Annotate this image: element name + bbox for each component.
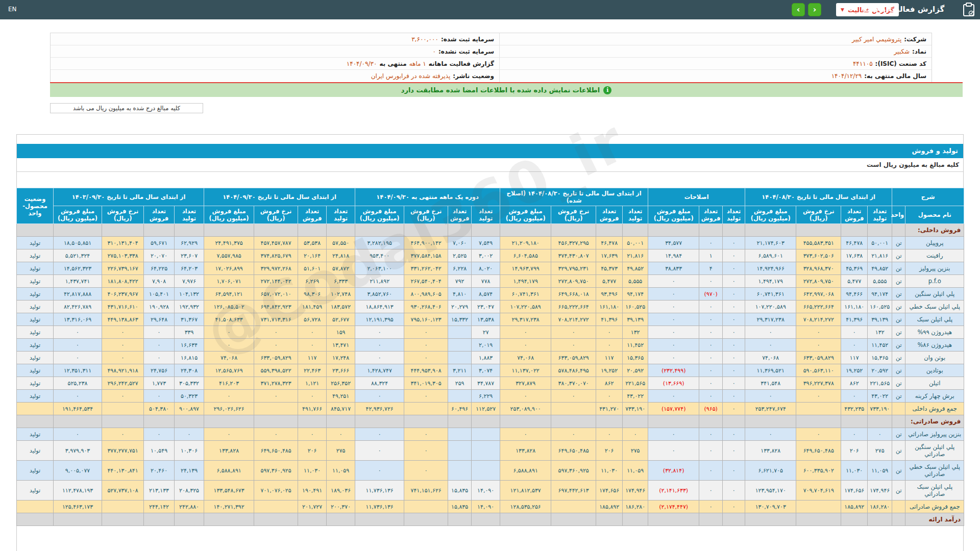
fiscal-year-value: ۱۴۰۴/۱۲/۲۹ xyxy=(831,72,862,80)
data-cell: ۱,۷۷۳ xyxy=(144,377,175,390)
prev-report-button[interactable]: ‹ xyxy=(792,3,805,16)
product-name-cell: پلي اتيلن سبک خطي xyxy=(905,300,964,313)
data-cell: ۰ xyxy=(298,326,327,339)
data-cell: ۹۵۳,۴۰۰ xyxy=(355,249,404,262)
data-cell: ۲۵۶,۳۵۲ xyxy=(327,377,355,390)
data-cell: ۶۹۴,۸۴۲,۹۲۳ xyxy=(254,300,298,313)
data-cell xyxy=(448,441,472,461)
data-cell: ۰ xyxy=(699,237,723,249)
data-cell: ۳۲۹,۹۷۲,۲۶۸ xyxy=(254,262,298,275)
data-cell: ۱۵,۳۶۵ xyxy=(623,352,648,364)
data-cell: ۰ xyxy=(102,326,144,339)
col-header-sale-qty: تعداد فروش xyxy=(841,206,868,224)
data-cell: ۲۹۶,۲۴۲,۵۲۷ xyxy=(102,377,144,390)
info-row: سال مالی منتهی به: ۱۴۰۴/۱۲/۲۹ وضعیت ناشر… xyxy=(51,70,932,82)
table-row: رافینتتن۲۱,۸۱۶۱۷,۶۳۸۳۷۳,۶۰۲,۵۰۶۶,۵۸۹,۶۰۱… xyxy=(17,249,964,262)
data-cell: ۱۲۳,۹۵۴,۱۷۰ xyxy=(745,481,796,500)
data-cell: ۱۵,۳۳۲ xyxy=(448,313,472,326)
language-switch-en[interactable]: EN xyxy=(8,6,17,13)
data-cell: ۲۰,۲۷۹ xyxy=(448,300,472,313)
data-cell: ۵۳,۵۳۸ xyxy=(298,237,327,249)
isic-label: کد صنعت (ISIC): xyxy=(875,60,926,67)
publisher-status-value: پذیرفته شده در فرابورس ایران xyxy=(371,72,451,80)
data-cell: ۰ xyxy=(355,461,404,481)
section-cell xyxy=(472,224,500,237)
data-cell: ۱۸۶,۲۸۰ xyxy=(868,500,892,513)
data-cell: ۰ xyxy=(355,390,404,403)
data-cell: ۰ xyxy=(254,390,298,403)
data-cell: ۳۱۰,۱۳۱,۴۰۴ xyxy=(102,237,144,249)
section-cell xyxy=(723,513,745,526)
col-header-sale-qty: تعداد فروش xyxy=(596,206,623,224)
symbol-value: شکبیر xyxy=(894,48,910,55)
data-cell: ۱۳۰,۷۰۹,۷۰۳ xyxy=(745,500,796,513)
data-cell: ۳۰۵,۳۳۲ xyxy=(175,377,204,390)
data-cell: ۰ xyxy=(500,326,551,339)
data-cell: ۱۸۳,۵۷۲ xyxy=(327,300,355,313)
data-cell: ۳۲۷,۸۷۹ xyxy=(500,377,551,390)
data-cell: ۵۲۷,۷۳۷,۱۰۸ xyxy=(102,481,144,500)
data-cell: ۴۱,۳۹۶ xyxy=(841,313,868,326)
data-cell: ۳۷۱,۲۷۸,۳۲۳ xyxy=(254,377,298,390)
data-cell: تن xyxy=(892,262,905,275)
data-cell: ۸۴۵,۷۱۷ xyxy=(327,403,355,415)
data-cell: ۱۵,۸۳۵ xyxy=(448,481,472,500)
data-cell: ۰ xyxy=(54,339,102,352)
data-cell xyxy=(448,326,472,339)
data-cell: ۰ xyxy=(623,428,648,441)
data-cell: ۰ xyxy=(254,428,298,441)
data-cell: ۸۲,۴۲۶,۷۸۹ xyxy=(54,300,102,313)
status-cell: تولید xyxy=(17,237,54,249)
amounts-subtitle: کلیه مبالغ به میلیون ریال است xyxy=(17,158,963,172)
data-cell: ۲۹,۳۱۷,۲۳۸ xyxy=(500,313,551,326)
data-cell: ۴۰۶,۲۳۷,۹۶۷ xyxy=(102,288,144,300)
data-cell: ۱۲۵,۴۶۳,۱۷۳ xyxy=(54,500,102,513)
data-cell: ۶۴۲,۹۹۷,۰۶۸ xyxy=(796,288,841,300)
report-period-mid: منتهی به xyxy=(379,60,406,67)
data-cell: ۰ xyxy=(355,326,404,339)
col-header-sale-qty: تعداد فروش xyxy=(699,206,723,224)
group-header-prior-ytd-0930: از ابتدای سال مالی تا تاریخ ۱۴۰۳/۰۹/۳۰ xyxy=(54,188,204,206)
data-cell: ۱۱,۳۶۹,۵۲۱ xyxy=(745,364,796,377)
data-cell: ۷۴,۰۶۸ xyxy=(745,352,796,364)
data-cell: ۲۰۶ xyxy=(841,441,868,461)
section-row: فروش صادراتی: xyxy=(17,415,964,428)
data-cell: ۲۱,۲۰۹,۱۸۰ xyxy=(500,237,551,249)
data-cell: تن xyxy=(892,461,905,481)
table-row: هیدروژن ۸۶%تن۱۱,۴۵۲۰۰۰۰۰۰۱۱,۴۵۲۰۰۰۲,۰۱۹۰… xyxy=(17,339,964,352)
section-cell xyxy=(254,415,298,428)
data-cell: ۲۵۹ xyxy=(448,377,472,390)
page-title: گزارش فعالیت ماهانه xyxy=(863,5,960,14)
data-cell: ۱۴,۵۶۲,۳۲۳ xyxy=(54,262,102,275)
data-cell: ۰ xyxy=(796,428,841,441)
data-cell: ۱۳,۳۱۶,۰۶۹ xyxy=(54,313,102,326)
data-cell: ۲۰۶ xyxy=(596,441,623,461)
section-cell xyxy=(699,513,723,526)
data-cell: ۲۷۲,۸۰۹,۷۵۰ xyxy=(796,275,841,288)
section-cell xyxy=(204,513,254,526)
data-cell: ۱۰۷,۲۲۰,۵۸۹ xyxy=(745,300,796,313)
section-label: درآمد ارائه xyxy=(905,513,964,526)
table-row: پلي اتيلن سنگين صادراتيتن۲۷۵۲۰۶۶۴۹,۶۵۰,۴… xyxy=(17,441,964,461)
col-header-prod-qty: تعداد تولید xyxy=(723,206,745,224)
data-cell: ۱۷,۶۳۹ xyxy=(596,249,623,262)
data-cell: ۶۲,۹۲۹ xyxy=(175,237,204,249)
section-cell xyxy=(298,513,327,526)
data-cell: ۱۸۵,۸۹۲ xyxy=(596,500,623,513)
section-cell xyxy=(298,415,327,428)
data-cell: تن xyxy=(892,249,905,262)
data-cell: ۰ xyxy=(699,313,723,326)
data-cell: ۲۴,۷۵۶ xyxy=(144,364,175,377)
data-cell: ۶۴,۲۲۵ xyxy=(144,262,175,275)
info-icon: i xyxy=(603,86,611,94)
data-cell: ۱۱,۰۳۰ xyxy=(298,461,327,481)
data-cell: ۱۸,۵۰۵,۸۵۱ xyxy=(54,237,102,249)
next-report-button[interactable]: › xyxy=(808,3,821,16)
data-cell: ۶۶۵,۲۲۲,۶۶۴ xyxy=(551,300,596,313)
data-cell: ۰ xyxy=(796,326,841,339)
data-cell: ۰ xyxy=(699,364,723,377)
status-cell: تولید xyxy=(17,249,54,262)
status-cell: تولید xyxy=(17,377,54,390)
data-cell: ۰ xyxy=(144,326,175,339)
report-period-months: ۱ ماهه xyxy=(409,60,426,67)
